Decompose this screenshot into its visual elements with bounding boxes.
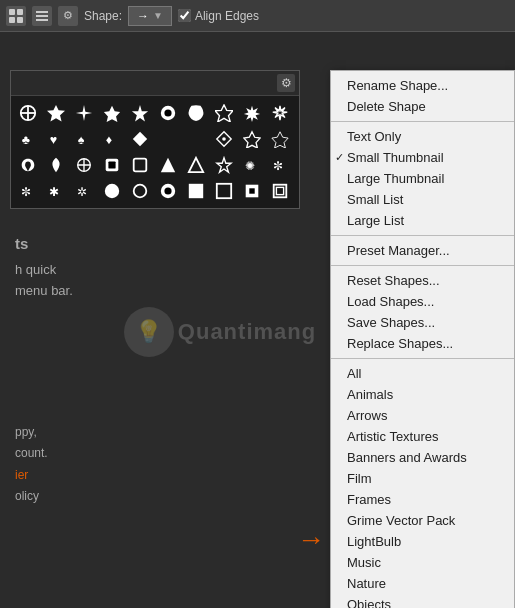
menu-item-replace-shapes[interactable]: Replace Shapes... xyxy=(331,333,514,354)
menu-item-banners-awards[interactable]: Banners and Awards xyxy=(331,447,514,468)
main-content: ⚙ ♣ ♥ ♠ ♦ xyxy=(0,32,515,608)
menu-item-small-list[interactable]: Small List xyxy=(331,189,514,210)
svg-marker-12 xyxy=(215,105,233,122)
left-title: ts xyxy=(15,232,73,256)
svg-point-34 xyxy=(164,187,171,194)
menu-item-large-list[interactable]: Large List xyxy=(331,210,514,231)
menu-item-grime-vector[interactable]: Grime Vector Pack xyxy=(331,510,514,531)
shape-cell[interactable] xyxy=(183,126,209,152)
menu-item-nature[interactable]: Nature xyxy=(331,573,514,594)
shape-cell[interactable] xyxy=(127,178,153,204)
watermark-icon: 💡 xyxy=(124,307,174,357)
align-edges-label: Align Edges xyxy=(195,9,259,23)
shape-cell[interactable] xyxy=(155,178,181,204)
menu-separator-3 xyxy=(331,265,514,266)
shape-cell[interactable] xyxy=(183,152,209,178)
shape-cell[interactable] xyxy=(267,100,293,126)
align-edges-checkbox[interactable] xyxy=(178,9,191,22)
shape-cell[interactable] xyxy=(127,100,153,126)
context-menu: Rename Shape... Delete Shape Text Only S… xyxy=(330,70,515,608)
menu-item-small-thumbnail[interactable]: Small Thumbnail xyxy=(331,147,514,168)
shape-cell[interactable] xyxy=(211,178,237,204)
shape-cell[interactable] xyxy=(99,152,125,178)
shape-cell[interactable] xyxy=(155,152,181,178)
shape-panel-gear-button[interactable]: ⚙ xyxy=(277,74,295,92)
menu-item-load-shapes[interactable]: Load Shapes... xyxy=(331,291,514,312)
shape-cell[interactable] xyxy=(211,152,237,178)
menu-item-music[interactable]: Music xyxy=(331,552,514,573)
left-line1: h quick xyxy=(15,260,73,281)
shape-cell[interactable] xyxy=(15,100,41,126)
bottom-footer: olicy xyxy=(15,486,48,508)
svg-rect-3 xyxy=(17,17,23,23)
shape-cell[interactable] xyxy=(267,126,293,152)
menu-item-text-only[interactable]: Text Only xyxy=(331,126,514,147)
menu-item-preset-manager[interactable]: Preset Manager... xyxy=(331,240,514,261)
menu-item-rename-shape[interactable]: Rename Shape... xyxy=(331,75,514,96)
svg-rect-38 xyxy=(249,188,254,193)
menu-item-animals[interactable]: Animals xyxy=(331,384,514,405)
toolbar-icon-1 xyxy=(6,6,26,26)
menu-item-all[interactable]: All xyxy=(331,363,514,384)
shape-cell[interactable] xyxy=(99,100,125,126)
shape-cell[interactable] xyxy=(211,126,237,152)
svg-text:✲: ✲ xyxy=(77,185,87,198)
shape-cell[interactable] xyxy=(99,178,125,204)
shape-cell[interactable] xyxy=(155,126,181,152)
menu-item-objects[interactable]: Objects xyxy=(331,594,514,608)
gear-icon[interactable]: ⚙ xyxy=(58,6,78,26)
menu-item-artistic-textures[interactable]: Artistic Textures xyxy=(331,426,514,447)
menu-item-large-thumbnail[interactable]: Large Thumbnail xyxy=(331,168,514,189)
svg-point-32 xyxy=(134,185,147,198)
shape-cell[interactable]: ♠ xyxy=(71,126,97,152)
shape-cell[interactable] xyxy=(71,152,97,178)
svg-marker-7 xyxy=(47,105,65,122)
left-line2: menu bar. xyxy=(15,281,73,302)
shape-cell[interactable] xyxy=(267,178,293,204)
shape-cell[interactable]: ♣ xyxy=(15,126,41,152)
shapes-grid: ♣ ♥ ♠ ♦ ✺ ✼ ✼ ✱ ✲ xyxy=(11,96,299,208)
shape-cell[interactable]: ♥ xyxy=(43,126,69,152)
shape-cell[interactable] xyxy=(43,100,69,126)
shape-cell[interactable] xyxy=(183,178,209,204)
toolbar-icon-2 xyxy=(32,6,52,26)
shape-cell[interactable] xyxy=(127,152,153,178)
svg-text:✺: ✺ xyxy=(245,159,255,172)
svg-text:♦: ♦ xyxy=(106,133,113,147)
shape-cell[interactable] xyxy=(155,100,181,126)
shape-cell[interactable] xyxy=(239,178,265,204)
menu-item-arrows[interactable]: Arrows xyxy=(331,405,514,426)
svg-rect-35 xyxy=(189,184,203,198)
bottom-link[interactable]: ier xyxy=(15,465,48,487)
menu-item-save-shapes[interactable]: Save Shapes... xyxy=(331,312,514,333)
shape-cell[interactable] xyxy=(239,100,265,126)
menu-item-delete-shape[interactable]: Delete Shape xyxy=(331,96,514,117)
svg-rect-0 xyxy=(9,9,15,15)
menu-separator-2 xyxy=(331,235,514,236)
shape-cell[interactable]: ✼ xyxy=(15,178,41,204)
watermark-bulb-icon: 💡 xyxy=(135,319,162,345)
shape-cell[interactable] xyxy=(15,152,41,178)
svg-marker-24 xyxy=(161,158,175,172)
menu-item-lightbulb[interactable]: LightBulb xyxy=(331,531,514,552)
menu-item-film[interactable]: Film xyxy=(331,468,514,489)
shape-cell[interactable]: ✱ xyxy=(43,178,69,204)
shape-cell[interactable] xyxy=(71,100,97,126)
shape-value[interactable]: → ▼ xyxy=(128,6,172,26)
shape-cell[interactable] xyxy=(127,126,153,152)
toolbar: ⚙ Shape: → ▼ Align Edges xyxy=(0,0,515,32)
menu-item-reset-shapes[interactable]: Reset Shapes... xyxy=(331,270,514,291)
bottom-line1: ppy, xyxy=(15,422,48,444)
shape-cell[interactable]: ✺ xyxy=(239,152,265,178)
svg-marker-8 xyxy=(76,105,92,121)
align-edges-checkbox-area[interactable]: Align Edges xyxy=(178,9,259,23)
shape-cell[interactable]: ✼ xyxy=(267,152,293,178)
shape-cell[interactable]: ♦ xyxy=(99,126,125,152)
shape-cell[interactable] xyxy=(43,152,69,178)
svg-rect-1 xyxy=(17,9,23,15)
shape-cell[interactable] xyxy=(239,126,265,152)
shape-cell[interactable]: ✲ xyxy=(71,178,97,204)
shape-cell[interactable] xyxy=(211,100,237,126)
menu-item-frames[interactable]: Frames xyxy=(331,489,514,510)
shape-cell[interactable] xyxy=(183,100,209,126)
